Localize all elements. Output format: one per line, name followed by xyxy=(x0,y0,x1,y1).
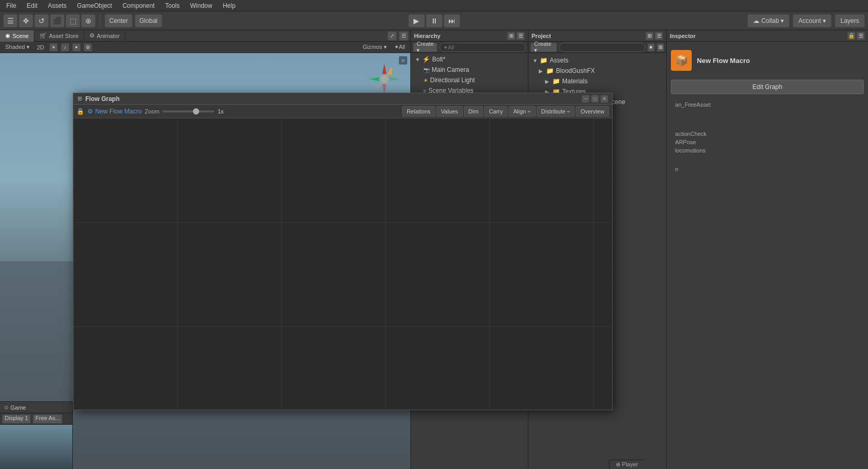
project-header: Project ⊞ ☰ xyxy=(528,30,666,42)
pause-button[interactable]: ⏸ xyxy=(426,14,443,28)
collab-button[interactable]: ☁ Collab ▾ xyxy=(747,14,789,28)
step-button[interactable]: ⏭ xyxy=(444,14,460,28)
inspector-extra-items: an_FreeAsset actionCheck ARPose locomoti… xyxy=(671,100,864,173)
game-tab-icon: ⊙ xyxy=(4,404,8,410)
tab-asset-store[interactable]: 🛒 Asset Store xyxy=(34,30,84,42)
game-tab[interactable]: ⊙ Game xyxy=(0,402,72,413)
project-create-btn[interactable]: Create ▾ xyxy=(530,43,557,52)
hierarchy-item-main-camera[interactable]: 📷 Main Camera xyxy=(411,65,528,75)
game-panel: ⊙ Game Display 1 Free As... xyxy=(0,401,73,469)
lighting-toggle[interactable]: ☀ xyxy=(49,43,58,52)
hierarchy-item-bolt[interactable]: ▼ ⚡ Bolt* xyxy=(411,54,528,65)
tool-scale[interactable]: ⬛ xyxy=(50,14,64,28)
expand-arrow-bolt: ▼ xyxy=(415,57,420,62)
project-favorites-btn[interactable]: ★ xyxy=(647,43,655,52)
project-search[interactable] xyxy=(559,43,645,52)
global-dropdown[interactable]: Global xyxy=(135,14,162,28)
aspect-select[interactable]: Free As... xyxy=(33,414,62,424)
menu-edit[interactable]: Edit xyxy=(24,2,40,9)
project-layout-btn[interactable]: ⊞ xyxy=(657,43,664,52)
window-close-btn[interactable]: ✕ xyxy=(601,95,608,103)
hierarchy-search[interactable] xyxy=(439,43,526,52)
center-dropdown[interactable]: Center xyxy=(105,14,133,28)
play-button[interactable]: ▶ xyxy=(408,14,425,28)
account-button[interactable]: Account ▾ xyxy=(793,14,832,28)
menu-file[interactable]: File xyxy=(4,2,18,9)
gizmo-x-arrow xyxy=(369,77,379,81)
inspector-spacer-2 xyxy=(671,155,864,165)
hierarchy-menu-btn[interactable]: ☰ xyxy=(516,32,525,40)
zoom-slider[interactable] xyxy=(162,110,214,112)
hierarchy-item-directional-light[interactable]: ☀ Directional Light xyxy=(411,75,528,85)
layers-button[interactable]: Layers xyxy=(835,14,865,28)
tab-animator[interactable]: ⚙ Animator xyxy=(84,30,125,42)
bloodgush-folder-icon: 📁 xyxy=(546,67,554,74)
inspector-lock-btn[interactable]: 🔒 xyxy=(847,32,856,40)
flow-graph-title: Flow Graph xyxy=(85,95,120,103)
2d-toggle[interactable]: 2D xyxy=(35,44,46,50)
flow-toolbar-right: Relations Values Dim Carry Align ÷ Distr… xyxy=(402,106,609,117)
canvas-grid-svg xyxy=(73,118,612,410)
flow-lock-icon: 🔒 xyxy=(76,108,84,115)
fx-toggle[interactable]: ✦ xyxy=(72,43,81,52)
animator-icon: ⚙ xyxy=(89,32,95,39)
camera-icon: 📷 xyxy=(423,67,430,73)
scene-close-btn[interactable]: ✕ xyxy=(399,56,407,65)
flow-btn-overview[interactable]: Overview xyxy=(576,106,609,117)
menu-gameobject[interactable]: GameObject xyxy=(75,2,114,9)
menu-help[interactable]: Help xyxy=(221,2,238,9)
flow-graph-toolbar: 🔒 ⚙ New Flow Macro Zoom 1x Relations Val… xyxy=(73,105,612,118)
breadcrumb-icon: ⚙ xyxy=(87,108,93,115)
flow-btn-align[interactable]: Align ÷ xyxy=(509,106,536,117)
inspector-asset-header: 📦 New Flow Macro xyxy=(671,46,864,75)
tool-transform[interactable]: ⊕ xyxy=(81,14,96,28)
tool-rect[interactable]: ⬚ xyxy=(66,14,80,28)
scene-maximize-btn[interactable]: ⤢ xyxy=(387,31,397,41)
player-label[interactable]: ⊕ Player xyxy=(609,460,644,469)
shaded-dropdown[interactable]: Shaded ▾ xyxy=(3,44,32,50)
main-toolbar: ☰ ✥ ↺ ⬛ ⬚ ⊕ Center Global ▶ ⏸ ⏭ ☁ Collab… xyxy=(0,11,868,30)
scene-toolbar: Shaded ▾ 2D ☀ ♪ ✦ ⚙ Gizmos ▾ ✦All xyxy=(0,42,410,53)
all-label[interactable]: ✦All xyxy=(392,44,407,50)
inspector-extra-2: actionCheck xyxy=(671,130,864,138)
inspector-menu-btn[interactable]: ☰ xyxy=(857,32,865,40)
project-item-bloodgushfx[interactable]: ▶ 📁 BloodGushFX xyxy=(528,66,666,76)
project-lock-btn[interactable]: ⊞ xyxy=(645,32,654,40)
project-item-materials[interactable]: ▶ 📁 Materials xyxy=(528,76,666,86)
display-select[interactable]: Display 1 xyxy=(2,414,31,424)
breadcrumb-item-0[interactable]: New Flow Macro xyxy=(95,108,141,115)
audio-toggle[interactable]: ♪ xyxy=(61,43,69,52)
menu-assets[interactable]: Assets xyxy=(46,2,69,9)
hierarchy-create-btn[interactable]: Create ▾ xyxy=(413,43,437,52)
window-maximize-btn[interactable]: □ xyxy=(591,95,599,103)
flow-btn-relations[interactable]: Relations xyxy=(402,106,435,117)
flow-graph-titlebar[interactable]: ⊞ Flow Graph ─ □ ✕ xyxy=(73,93,612,105)
flow-btn-values[interactable]: Values xyxy=(436,106,463,117)
flow-btn-dim[interactable]: Dim xyxy=(464,106,484,117)
gizmos-dropdown[interactable]: Gizmos ▾ xyxy=(360,44,388,50)
tool-hand[interactable]: ☰ xyxy=(3,14,18,28)
inspector-title: Inspector xyxy=(670,33,696,39)
tool-move[interactable]: ✥ xyxy=(19,14,33,28)
window-minimize-btn[interactable]: ─ xyxy=(582,95,589,103)
svg-marker-1 xyxy=(390,77,400,81)
edit-graph-button[interactable]: Edit Graph xyxy=(671,80,864,94)
game-content xyxy=(0,425,72,468)
menu-window[interactable]: Window xyxy=(188,2,214,9)
scene-menu-btn[interactable]: ☰ xyxy=(399,31,408,41)
hierarchy-lock-btn[interactable]: ⊞ xyxy=(507,32,515,40)
flow-btn-carry[interactable]: Carry xyxy=(484,106,508,117)
flow-graph-panel-icon: ⊞ xyxy=(77,95,82,102)
flow-btn-distribute[interactable]: Distribute ÷ xyxy=(537,106,575,117)
project-item-assets[interactable]: ▼ 📁 Assets xyxy=(528,55,666,66)
flow-graph-canvas[interactable] xyxy=(73,118,612,410)
tool-rotate[interactable]: ↺ xyxy=(34,14,49,28)
asset-store-icon: 🛒 xyxy=(40,32,47,39)
project-menu-btn[interactable]: ☰ xyxy=(655,32,663,40)
expand-assets: ▼ xyxy=(533,58,538,64)
tab-scene[interactable]: ◉ Scene xyxy=(0,30,34,42)
menu-tools[interactable]: Tools xyxy=(163,2,182,9)
scene-extra-toggle[interactable]: ⚙ xyxy=(84,43,92,52)
menu-component[interactable]: Component xyxy=(120,2,157,9)
asset-icon: 📦 xyxy=(671,50,692,71)
